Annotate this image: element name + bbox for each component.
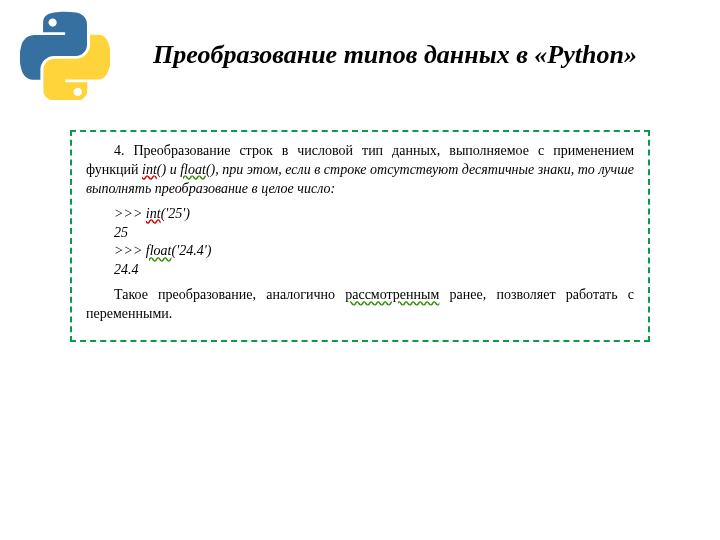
paragraph-2: Такое преобразование, аналогично рассмот…	[86, 286, 634, 324]
python-logo-icon	[20, 10, 110, 100]
content-box: 4. Преобразование строк в числовой тип д…	[70, 130, 650, 342]
code-line: 25	[114, 224, 634, 243]
code-line: 24.4	[114, 261, 634, 280]
paragraph-1: 4. Преобразование строк в числовой тип д…	[86, 142, 634, 199]
func-int: int	[142, 162, 157, 177]
code-line: >>> int('25')	[114, 205, 634, 224]
text: рассмотренным	[345, 287, 439, 302]
code-line: >>> float('24.4')	[114, 242, 634, 261]
text: () и	[157, 162, 180, 177]
text: Такое преобразование, аналогично	[114, 287, 345, 302]
header: Преобразование типов данных в «Python»	[0, 0, 720, 100]
func-float: float	[180, 162, 206, 177]
code-example: >>> int('25') 25 >>> float('24.4') 24.4	[114, 205, 634, 281]
page-title: Преобразование типов данных в «Python»	[110, 38, 700, 72]
